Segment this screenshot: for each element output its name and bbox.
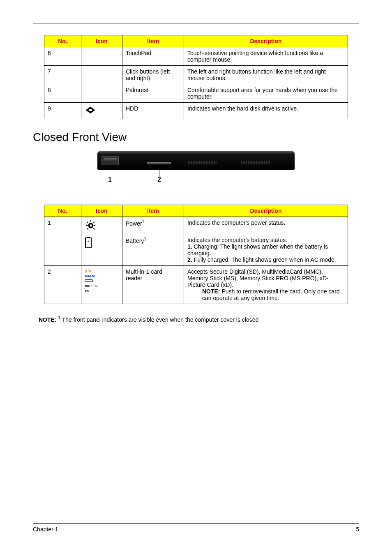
- footnote-ref: 1: [142, 219, 145, 224]
- cell-item: HDD: [122, 103, 184, 119]
- desc-line: 1. Charging: The light shows amber when …: [187, 243, 344, 256]
- device-front-image: 1 2: [97, 151, 295, 185]
- cell-icon: + -: [81, 234, 122, 266]
- th-desc: Description: [184, 35, 348, 47]
- card-icon-mspro: PRO: [85, 284, 99, 288]
- th-no: No.: [44, 205, 81, 217]
- hdd-icon: [85, 105, 96, 116]
- svg-line-8: [87, 222, 88, 223]
- cell-item: Multi-in-1 card reader: [122, 266, 184, 304]
- th-item: Item: [122, 35, 184, 47]
- th-icon: Icon: [81, 35, 122, 47]
- th-item: Item: [122, 205, 184, 217]
- indicator-strip-graphic: [147, 162, 171, 164]
- note-label: NOTE:: [39, 316, 57, 323]
- cell-no: 8: [44, 84, 81, 103]
- callout-number-2: 2: [157, 176, 161, 183]
- table-row: 8 Palmrest Comfortable support area for …: [44, 84, 348, 103]
- cell-no: 1: [44, 217, 81, 234]
- table-row: 6 TouchPad Touch-sensitive pointing devi…: [44, 47, 348, 66]
- cell-desc: Indicates the computer's power status.: [184, 217, 348, 234]
- cell-desc: Comfortable support area for your hands …: [184, 84, 348, 103]
- cell-no: [44, 234, 81, 266]
- cell-item: Click buttons (left and right): [122, 66, 184, 84]
- footer-page-number: 5: [356, 526, 359, 533]
- list-text: Charging: The light shows amber when the…: [187, 243, 328, 256]
- cell-desc: Indicates the computer's battery status.…: [184, 234, 348, 266]
- table-row: + - Battery1 Indicates the computer's ba…: [44, 234, 348, 266]
- list-number: 1.: [187, 243, 192, 250]
- speaker-grille-graphic: [241, 161, 270, 164]
- svg-point-2: [89, 109, 92, 111]
- cell-desc: Indicates when the hard disk drive is ac…: [184, 103, 348, 119]
- cell-item: TouchPad: [122, 47, 184, 66]
- desc-line: Indicates the computer's battery status.: [187, 237, 344, 243]
- desc-line: 2. Fully charged: The light shows green …: [187, 256, 344, 263]
- cell-desc: The left and right buttons function like…: [184, 66, 348, 84]
- table-row: 1: [44, 217, 348, 234]
- top-rule: [33, 23, 359, 23]
- svg-rect-18: [85, 285, 90, 287]
- svg-text:+: +: [88, 240, 90, 243]
- page-footer: Chapter 1 5: [33, 523, 359, 533]
- cell-icon: S➘ MMM PRO xD: [81, 266, 122, 304]
- footer-chapter: Chapter 1: [33, 526, 58, 533]
- device-body: [97, 151, 295, 170]
- callout-labels: 1 2: [97, 170, 295, 185]
- th-desc: Description: [184, 205, 348, 217]
- th-icon: Icon: [81, 205, 122, 217]
- svg-point-4: [90, 224, 92, 227]
- cell-icon: [81, 66, 122, 84]
- svg-rect-17: [85, 280, 92, 281]
- cell-item: Palmrest: [122, 84, 184, 103]
- table-row: 7 Click buttons (left and right) The lef…: [44, 66, 348, 84]
- table-row: 9 HDD Indicates when the hard disk drive…: [44, 103, 348, 119]
- cell-no: 7: [44, 66, 81, 84]
- cell-icon: [81, 217, 122, 234]
- callout-number-1: 1: [108, 176, 112, 183]
- svg-line-9: [94, 222, 95, 223]
- svg-line-10: [87, 228, 88, 229]
- multi-card-icon: S➘ MMM PRO xD: [85, 268, 99, 293]
- power-icon: [85, 225, 97, 231]
- cell-desc: Touch-sensitive pointing device which fu…: [184, 47, 348, 66]
- card-icon-mmc: MMM: [85, 274, 99, 279]
- table-header-row: No. Icon Item Description: [44, 205, 348, 217]
- item-label: Battery: [126, 238, 144, 244]
- note-body: The front panel indicators are visible e…: [60, 316, 258, 323]
- card-icon-ms: [85, 279, 99, 284]
- cell-icon: [81, 47, 122, 66]
- svg-text:-: -: [88, 244, 89, 247]
- table-header-row: No. Icon Item Description: [44, 35, 348, 47]
- note-body: Push to remove/install the card. Only on…: [202, 288, 340, 301]
- desc-line: Accepts Secure Digital (SD), MultiMediaC…: [187, 268, 344, 288]
- list-number: 2.: [187, 256, 192, 263]
- note-label: NOTE:: [202, 288, 220, 295]
- section-heading: Closed Front View: [33, 131, 359, 144]
- card-icon-sd: S➘: [85, 268, 99, 274]
- cell-item: Battery1: [122, 234, 184, 266]
- cell-item: Power1: [122, 217, 184, 234]
- spec-table-1: No. Icon Item Description 6 TouchPad Tou…: [44, 35, 348, 119]
- battery-icon: + -: [85, 243, 92, 249]
- cell-desc: Accepts Secure Digital (SD), MultiMediaC…: [184, 266, 348, 304]
- cell-no: 9: [44, 103, 81, 119]
- cell-no: 2: [44, 266, 81, 304]
- th-no: No.: [44, 35, 81, 47]
- item-label: Power: [126, 220, 142, 227]
- cell-icon: [81, 84, 122, 103]
- footnote: NOTE: 1 The front panel indicators are v…: [39, 316, 359, 323]
- card-icon-xd: xD: [85, 288, 99, 293]
- cell-no: 6: [44, 47, 81, 66]
- cell-icon: [81, 103, 122, 119]
- list-text: Fully charged: The light shows green whe…: [192, 256, 336, 263]
- footnote-ref: 1: [144, 237, 146, 241]
- speaker-grille-graphic: [188, 161, 217, 164]
- table-row: 2 S➘ MMM PRO xD Mult: [44, 266, 348, 304]
- desc-note: NOTE: Push to remove/install the card. O…: [187, 288, 344, 301]
- card-slot-graphic: [101, 156, 119, 165]
- spec-table-2: No. Icon Item Description 1: [44, 205, 348, 304]
- svg-line-11: [94, 228, 95, 229]
